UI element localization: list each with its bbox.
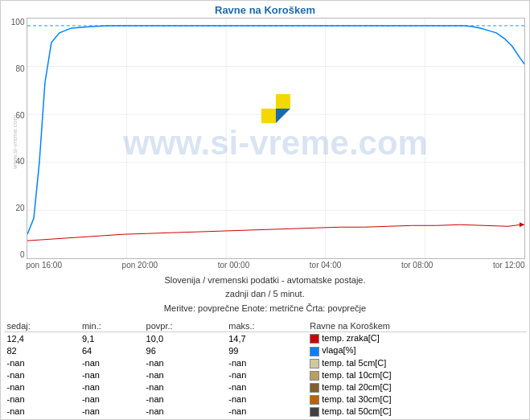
- cell-maks: -nan: [225, 357, 306, 369]
- main-container: Ravne na Koroškem 100 80 60 40 20 0: [0, 0, 530, 420]
- cell-min: 64: [79, 344, 143, 356]
- cell-sedaj: -nan: [4, 381, 79, 393]
- cell-min: -nan: [79, 381, 143, 393]
- chart-inner: www.si-vreme.com: [27, 18, 525, 259]
- cell-povpr: 10,0: [143, 332, 226, 345]
- desc-line2: zadnji dan / 5 minut.: [164, 287, 366, 302]
- table-row: 12,4 9,1 10,0 14,7 temp. zraka[C]: [4, 332, 527, 345]
- cell-label: temp. tal 50cm[C]: [306, 406, 526, 418]
- x-axis: pon 16:00 pon 20:00 tor 00:00 tor 04:00 …: [27, 261, 525, 270]
- col-maks: maks.:: [225, 320, 306, 332]
- cell-sedaj: -nan: [4, 393, 79, 406]
- cell-povpr: -nan: [143, 381, 226, 393]
- color-swatch: [310, 347, 319, 356]
- table-row: -nan -nan -nan -nan temp. tal 50cm[C]: [4, 406, 527, 418]
- cell-sedaj: -nan: [4, 369, 79, 381]
- svg-marker-13: [520, 222, 524, 227]
- cell-label: temp. tal 5cm[C]: [306, 357, 526, 369]
- cell-sedaj: -nan: [4, 406, 79, 418]
- color-swatch: [310, 407, 319, 417]
- chart-title: Ravne na Koroškem: [215, 4, 315, 16]
- cell-min: -nan: [79, 357, 143, 369]
- cell-label: temp. tal 10cm[C]: [306, 369, 526, 381]
- table-row: -nan -nan -nan -nan temp. tal 30cm[C]: [4, 393, 527, 406]
- y-label-80: 80: [15, 64, 24, 73]
- color-swatch: [310, 371, 319, 381]
- table-row: -nan -nan -nan -nan temp. tal 20cm[C]: [4, 381, 527, 393]
- col-station: Ravne na Koroškem: [306, 320, 526, 332]
- cell-povpr: -nan: [143, 406, 226, 418]
- table-row: -nan -nan -nan -nan temp. tal 5cm[C]: [4, 357, 527, 369]
- description: Slovenija / vremenski podatki - avtomats…: [164, 274, 366, 316]
- cell-label: temp. tal 20cm[C]: [306, 381, 526, 393]
- table-row: 82 64 96 99 vlaga[%]: [4, 344, 527, 356]
- cell-sedaj: 82: [4, 344, 79, 356]
- color-swatch: [310, 383, 319, 393]
- col-sedaj: sedaj:: [4, 320, 79, 332]
- x-label-2: pon 20:00: [122, 261, 158, 270]
- cell-sedaj: 12,4: [4, 332, 79, 345]
- svg-rect-15: [276, 94, 290, 109]
- cell-maks: -nan: [225, 393, 306, 406]
- cell-min: -nan: [79, 393, 143, 406]
- svg-rect-17: [261, 94, 276, 109]
- cell-maks: -nan: [225, 406, 306, 418]
- cell-min: -nan: [79, 369, 143, 381]
- x-label-3: tor 00:00: [218, 261, 249, 270]
- cell-min: 9,1: [79, 332, 143, 345]
- cell-maks: 14,7: [225, 332, 306, 345]
- y-label-100: 100: [11, 18, 25, 27]
- svg-marker-16: [276, 109, 290, 123]
- cell-label: vlaga[%]: [306, 344, 526, 356]
- x-label-4: tor 04:00: [310, 261, 341, 270]
- x-label-6: tor 12:00: [493, 261, 524, 270]
- color-swatch: [310, 395, 319, 405]
- cell-maks: 99: [225, 344, 306, 356]
- cell-povpr: -nan: [143, 369, 226, 381]
- chart-svg: [27, 19, 524, 258]
- cell-maks: -nan: [225, 381, 306, 393]
- table-row: -nan -nan -nan -nan temp. tal 10cm[C]: [4, 369, 527, 381]
- chart-wrapper: 100 80 60 40 20 0: [4, 18, 527, 262]
- color-swatch: [310, 359, 319, 369]
- cell-povpr: -nan: [143, 393, 226, 406]
- desc-line3: Meritve: povprečne Enote: metrične Črta:…: [164, 302, 366, 316]
- x-label-5: tor 08:00: [401, 261, 433, 270]
- logo-icon: [261, 94, 290, 125]
- col-povpr: povpr.:: [143, 320, 226, 332]
- cell-label: temp. tal 30cm[C]: [306, 393, 526, 406]
- cell-maks: -nan: [225, 369, 306, 381]
- cell-sedaj: -nan: [4, 357, 79, 369]
- cell-povpr: 96: [143, 344, 226, 356]
- side-watermark: www.si-vreme.com: [11, 115, 18, 169]
- x-label-1: pon 16:00: [27, 261, 63, 270]
- data-table: sedaj: min.: povpr.: maks.: Ravne na Kor…: [4, 320, 527, 418]
- y-label-20: 20: [15, 204, 24, 212]
- color-swatch: [310, 334, 319, 344]
- cell-povpr: -nan: [143, 357, 226, 369]
- cell-label: temp. zraka[C]: [306, 332, 526, 345]
- cell-min: -nan: [79, 406, 143, 418]
- y-label-0: 0: [20, 250, 25, 259]
- col-min: min.:: [79, 320, 143, 332]
- desc-line1: Slovenija / vremenski podatki - avtomats…: [164, 274, 366, 288]
- svg-rect-14: [261, 109, 276, 123]
